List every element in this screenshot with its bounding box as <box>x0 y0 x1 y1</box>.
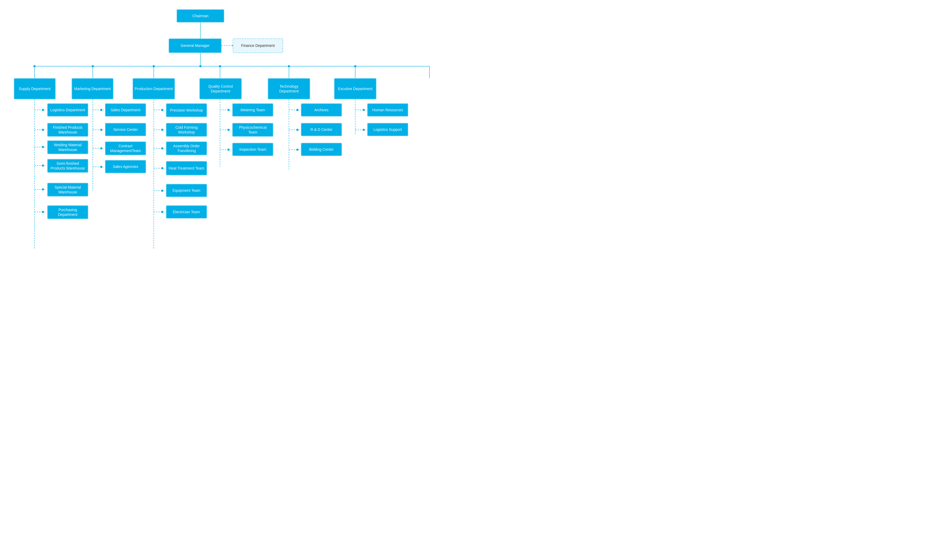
service-center-node[interactable]: Service Center <box>105 123 146 136</box>
physicochem-node[interactable]: Physicochemical Team <box>232 123 273 137</box>
arrow-s5: → <box>43 188 46 191</box>
arrow-p3: → <box>162 146 165 150</box>
arrow-e1: → <box>364 108 367 112</box>
logistics-support-node[interactable]: Logistics Support <box>367 123 408 136</box>
chairman-node[interactable]: Chairman <box>177 9 224 23</box>
supply-node[interactable]: Supply Department <box>14 78 55 99</box>
dot-production <box>153 65 155 67</box>
arrow-p4: → <box>162 166 165 170</box>
sales-dept-node[interactable]: Sales Department <box>105 103 146 117</box>
arrow-s2: → <box>43 128 46 132</box>
sales-agencies-node[interactable]: Sales Agencies <box>105 160 146 173</box>
dot-exec <box>354 65 356 67</box>
electrician-node[interactable]: Electrician Team <box>166 205 207 218</box>
logistics-node[interactable]: Logistics Department <box>47 103 88 117</box>
finished-products-node[interactable]: Finished Products Warehouse <box>47 123 88 137</box>
quality-node[interactable]: Quality Control Department <box>199 78 242 99</box>
arrow-t3: → <box>297 148 301 152</box>
bidding-node[interactable]: Bidding Center <box>301 143 342 156</box>
special-material-node[interactable]: Special Material Warehouse <box>47 183 88 197</box>
arrow-p6: → <box>162 210 165 214</box>
rd-center-node[interactable]: R & D Center <box>301 123 342 136</box>
arrow-s6: → <box>43 210 46 214</box>
dot-tech <box>288 65 290 67</box>
arrow-e2: → <box>364 128 367 132</box>
purchasing-node[interactable]: Purchasing Department <box>47 205 88 219</box>
arrow-p1: → <box>162 108 165 112</box>
arrow-m2: → <box>101 128 105 132</box>
contract-mgmt-node[interactable]: Contract ManagementTeam <box>105 142 146 155</box>
arrow-q1: → <box>228 108 232 112</box>
heat-treatment-node[interactable]: Heat Treatment Team <box>166 161 207 175</box>
arrow-t1: → <box>297 108 301 112</box>
equipment-node[interactable]: Equipment Team <box>166 184 207 197</box>
executive-node[interactable]: Excutive Department <box>334 78 376 99</box>
arrow-q2: → <box>228 128 232 132</box>
metering-node[interactable]: Metering Team <box>232 103 273 117</box>
arrow-s4: → <box>43 164 46 168</box>
arrow-q3: → <box>228 148 232 152</box>
arrow-p2: → <box>162 128 165 132</box>
arrow-m1: → <box>101 108 105 112</box>
arrow-t2: → <box>297 128 301 132</box>
human-resources-node[interactable]: Human Resources <box>367 103 408 117</box>
finance-node[interactable]: Finance Department <box>233 38 283 53</box>
marketing-node[interactable]: Marketing Department <box>72 78 114 99</box>
arrow-m3: → <box>101 146 105 150</box>
dot-main <box>199 65 202 67</box>
general-manager-node[interactable]: General Manager <box>169 38 222 53</box>
semi-finished-node[interactable]: Semi-finished Products Warehouse <box>47 159 88 173</box>
precision-node[interactable]: Precision Workshop <box>166 103 207 117</box>
arrow-p5: → <box>162 189 165 192</box>
arrow-s1: → <box>43 108 46 112</box>
inspection-node[interactable]: Inspection Team <box>232 143 273 156</box>
org-chart: → → → → → → → → → → → → → → → → → → → → … <box>0 0 466 280</box>
archives-node[interactable]: Archives <box>301 103 342 117</box>
welding-node[interactable]: Welding Material Warehouse <box>47 140 88 154</box>
cold-forming-node[interactable]: Cold Forming Workshop <box>166 123 207 137</box>
assembly-node[interactable]: Assembly Order Transfering <box>166 142 207 155</box>
dot-quality <box>219 65 221 67</box>
technology-node[interactable]: Technology Department <box>268 78 310 99</box>
dot-marketing <box>92 65 94 67</box>
production-node[interactable]: Production Department <box>133 78 175 99</box>
dot-supply <box>33 65 35 67</box>
arrow-m4: → <box>101 165 105 169</box>
arrow-s3: → <box>43 145 46 149</box>
